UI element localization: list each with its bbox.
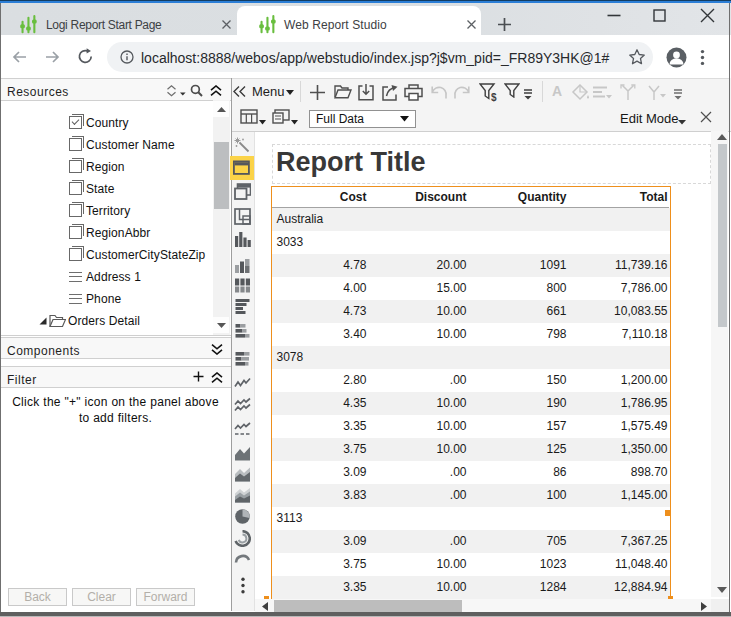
svg-text:$: $ [491, 92, 497, 102]
